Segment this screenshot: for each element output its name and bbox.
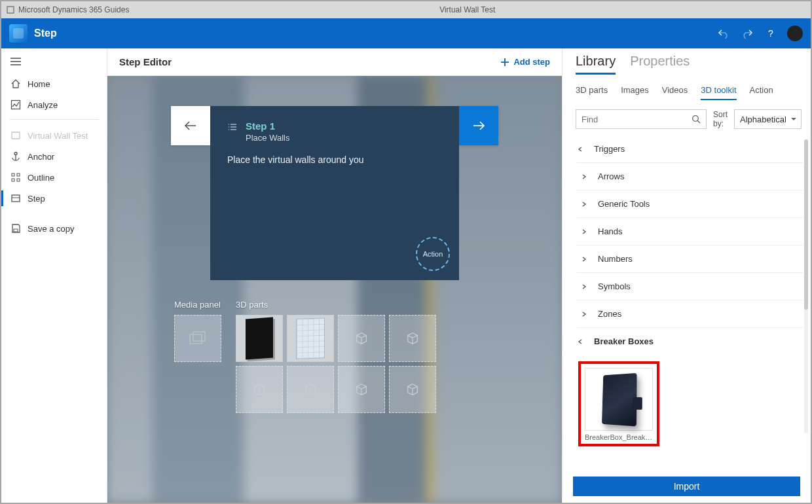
subtab-3d-toolkit[interactable]: 3D toolkit: [701, 85, 736, 100]
category-zones[interactable]: Zones: [577, 300, 803, 328]
prev-step-button[interactable]: [171, 106, 210, 145]
hamburger-icon[interactable]: [1, 52, 107, 71]
breaker-thumbnail: [585, 368, 653, 431]
category-arrows[interactable]: Arrows: [577, 163, 803, 190]
nav-label: Home: [28, 79, 50, 89]
tab-library[interactable]: Library: [576, 54, 616, 75]
category-list: Triggers Arrows Generic Tools Hands Numb…: [563, 135, 811, 473]
subtab-3d-parts[interactable]: 3D parts: [576, 85, 608, 100]
part-slot-empty[interactable]: [287, 366, 334, 413]
step-card[interactable]: Step 1 Place Walls Place the virtual wal…: [210, 106, 459, 280]
cube-icon: [354, 331, 369, 346]
part-slot-empty[interactable]: [338, 366, 385, 413]
part-slot-1[interactable]: [236, 315, 283, 362]
parts-panel: 3D parts: [236, 300, 436, 413]
nav-outline[interactable]: Outline: [1, 167, 107, 188]
cube-icon: [354, 382, 369, 397]
subtab-videos[interactable]: Videos: [662, 85, 688, 100]
arrow-right-icon: [471, 118, 487, 134]
nav-label: Save a copy: [28, 224, 75, 234]
svg-text:?: ?: [768, 28, 773, 39]
media-slot[interactable]: [174, 315, 221, 362]
editor-header: Step Editor Add step: [107, 48, 562, 76]
nav-guide-name: Virtual Wall Test: [1, 125, 107, 146]
sort-select[interactable]: Alphabetical: [734, 109, 802, 129]
editor-title: Step Editor: [119, 56, 172, 67]
category-hands[interactable]: Hands: [577, 218, 803, 245]
svg-rect-11: [17, 173, 20, 176]
category-label: Numbers: [598, 254, 633, 264]
subtab-action[interactable]: Action: [750, 85, 773, 100]
undo-icon[interactable]: [716, 26, 731, 41]
doc-title: Virtual Wall Test: [129, 5, 805, 14]
cube-icon: [405, 382, 420, 397]
library-pane: Library Properties 3D parts Images Video…: [562, 48, 811, 503]
home-icon: [10, 79, 21, 89]
category-numbers[interactable]: Numbers: [577, 245, 803, 273]
nav-save-copy[interactable]: Save a copy: [1, 218, 107, 239]
import-button[interactable]: Import: [573, 477, 800, 496]
user-avatar[interactable]: [787, 26, 803, 41]
next-step-button[interactable]: [459, 106, 498, 145]
titlebar: Microsoft Dynamics 365 Guides Virtual Wa…: [1, 1, 811, 18]
svg-rect-15: [14, 229, 18, 232]
add-step-button[interactable]: Add step: [500, 57, 550, 67]
chevron-right-icon: [581, 173, 589, 180]
sort-label: Sort by:: [713, 110, 728, 128]
part-slot-empty[interactable]: [389, 315, 436, 362]
product-logo: [9, 24, 28, 43]
svg-rect-5: [12, 101, 20, 109]
subtab-images[interactable]: Images: [621, 85, 649, 100]
app-header: Step ?: [1, 18, 811, 48]
cube-icon: [252, 382, 267, 397]
category-label: Generic Tools: [598, 199, 650, 209]
breaker-item[interactable]: BreakerBox_Breaker_...: [578, 361, 659, 446]
redo-icon[interactable]: [740, 26, 754, 41]
chevron-right-icon: [581, 283, 589, 290]
nav-home[interactable]: Home: [1, 73, 107, 94]
tab-properties[interactable]: Properties: [630, 54, 690, 75]
add-step-label: Add step: [513, 57, 550, 67]
scrollbar[interactable]: [804, 139, 808, 433]
part-slot-2[interactable]: [287, 315, 334, 362]
part-slot-empty[interactable]: [389, 366, 436, 413]
app-icon: [7, 6, 14, 14]
chevron-down-icon: [577, 146, 585, 153]
category-label: Breaker Boxes: [594, 336, 654, 346]
step-instruction[interactable]: Place the virtual walls around you: [227, 154, 442, 165]
cube-icon: [303, 382, 318, 397]
svg-rect-13: [12, 195, 20, 202]
nav-anchor[interactable]: Anchor: [1, 146, 107, 167]
nav-analyze[interactable]: Analyze: [1, 94, 107, 115]
nav-label: Analyze: [28, 100, 58, 110]
search-icon: [692, 115, 701, 124]
help-icon[interactable]: ?: [764, 26, 778, 41]
media-icon: [189, 331, 206, 346]
category-label: Symbols: [598, 281, 631, 291]
anchor-icon: [10, 151, 21, 162]
nav-step[interactable]: Step: [1, 188, 107, 209]
find-box[interactable]: [576, 109, 707, 129]
category-generic-tools[interactable]: Generic Tools: [577, 190, 803, 218]
divider: [9, 119, 99, 120]
part-slot-empty[interactable]: [236, 366, 283, 413]
breaker-item-wrap: BreakerBox_Breaker_...: [578, 361, 803, 446]
step-number: Step 1: [246, 120, 289, 132]
parts-panel-label: 3D parts: [236, 300, 436, 310]
chevron-right-icon: [581, 256, 589, 262]
action-chip[interactable]: Action: [416, 237, 450, 271]
scrollbar-thumb[interactable]: [804, 139, 808, 310]
part-slot-empty[interactable]: [338, 315, 385, 362]
chevron-right-icon: [581, 228, 589, 235]
svg-rect-9: [12, 173, 14, 176]
arrow-left-icon: [183, 118, 198, 134]
sidebar: Home Analyze Virtual Wall Test Anchor: [1, 48, 107, 503]
category-breaker-boxes[interactable]: Breaker Boxes: [577, 328, 803, 355]
app-title: Microsoft Dynamics 365 Guides: [18, 5, 129, 14]
step-name: Place Walls: [246, 133, 289, 143]
find-input[interactable]: [581, 115, 692, 124]
category-triggers[interactable]: Triggers: [577, 135, 803, 163]
category-symbols[interactable]: Symbols: [577, 273, 803, 300]
svg-rect-6: [12, 132, 20, 139]
library-subtabs: 3D parts Images Videos 3D toolkit Action: [563, 75, 811, 105]
